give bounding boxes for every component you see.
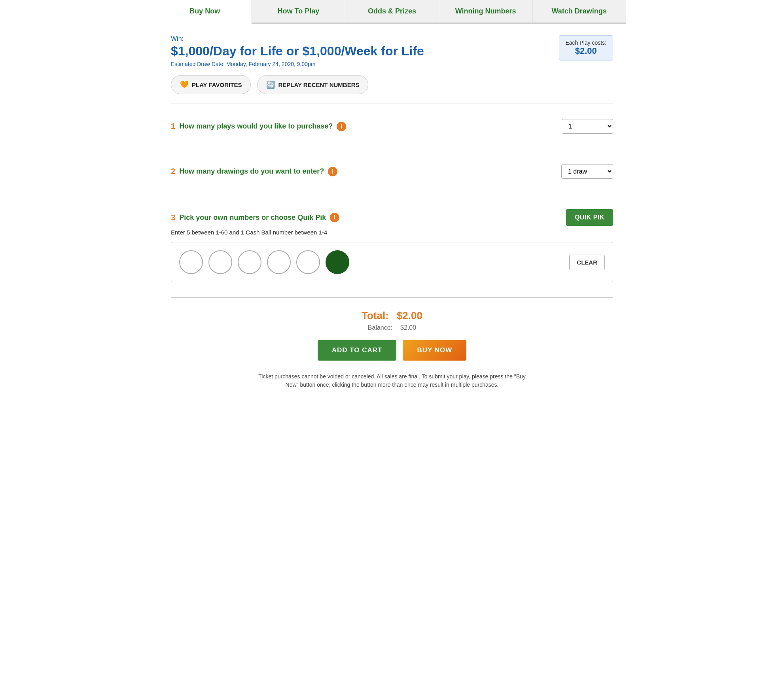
divider-2 — [171, 149, 613, 149]
tab-winning-numbers[interactable]: Winning Numbers — [439, 0, 533, 23]
question-3-text: Pick your own numbers or choose Quik Pik — [179, 214, 326, 222]
question-1-number: 1 — [171, 122, 175, 131]
total-amount: $2.00 — [397, 310, 422, 322]
question-2-number: 2 — [171, 167, 175, 176]
buy-now-button[interactable]: BUY NOW — [403, 340, 466, 361]
question-2-text: How many drawings do you want to enter? — [179, 167, 324, 176]
total-row: Total: $2.00 — [362, 310, 422, 322]
tab-odds-prizes[interactable]: Odds & Prizes — [345, 0, 439, 23]
disclaimer-text: Ticket purchases cannot be voided or can… — [254, 372, 530, 389]
tab-watch-drawings[interactable]: Watch Drawings — [532, 0, 626, 23]
heart-icon: 🧡 — [180, 80, 189, 89]
pick-instruction: Enter 5 between 1-60 and 1 Cash Ball num… — [171, 229, 613, 236]
ball-5[interactable] — [296, 250, 320, 274]
ball-cash[interactable] — [326, 250, 349, 274]
divider-1 — [171, 104, 613, 104]
question-3-info-icon[interactable]: i — [330, 213, 339, 222]
clear-label: CLEAR — [577, 259, 597, 266]
each-play-amount: $2.00 — [566, 46, 607, 56]
question-3-number: 3 — [171, 213, 175, 222]
replay-icon: 🔄 — [266, 80, 275, 89]
balance-amount: $2.00 — [400, 324, 416, 331]
question-2-info-icon[interactable]: i — [328, 167, 337, 176]
add-to-cart-label: ADD TO CART — [332, 346, 383, 354]
draw-date: Estimated Draw Date: Monday, February 24… — [171, 61, 424, 67]
balls-area: CLEAR — [171, 242, 613, 282]
divider-4 — [171, 297, 613, 298]
ball-1[interactable] — [179, 250, 203, 274]
win-label: Win: — [171, 35, 424, 42]
tab-buy-now[interactable]: Buy Now — [158, 0, 252, 24]
ball-3[interactable] — [238, 250, 261, 274]
balance-row: Balance: $2.00 — [368, 324, 416, 331]
total-section: Total: $2.00 Balance: $2.00 ADD TO CART … — [171, 310, 613, 389]
question-1-text: How many plays would you like to purchas… — [179, 122, 333, 130]
balls-row — [179, 250, 349, 274]
play-buttons-row: 🧡 PLAY FAVORITES 🔄 REPLAY RECENT NUMBERS — [171, 75, 613, 94]
win-amount: $1,000/Day for Life or $1,000/Week for L… — [171, 44, 424, 59]
question-2-label: 2 How many drawings do you want to enter… — [171, 167, 337, 176]
play-favorites-label: PLAY FAVORITES — [192, 81, 242, 88]
tab-how-to-play[interactable]: How To Play — [252, 0, 346, 23]
buy-now-label: BUY NOW — [417, 346, 452, 354]
each-play-cost-box: Each Play costs: $2.00 — [559, 35, 614, 60]
add-to-cart-button[interactable]: ADD TO CART — [318, 340, 397, 361]
total-label: Total: — [362, 310, 389, 322]
plays-count-select[interactable]: 1 2 3 4 5 — [562, 119, 613, 134]
play-favorites-button[interactable]: 🧡 PLAY FAVORITES — [171, 75, 251, 94]
question-3-label: 3 Pick your own numbers or choose Quik P… — [171, 213, 339, 222]
pick-header: 3 Pick your own numbers or choose Quik P… — [171, 209, 613, 226]
clear-button[interactable]: CLEAR — [569, 255, 605, 270]
win-section: Win: $1,000/Day for Life or $1,000/Week … — [171, 35, 613, 67]
main-content: Win: $1,000/Day for Life or $1,000/Week … — [158, 24, 626, 400]
ball-4[interactable] — [267, 250, 291, 274]
question-1-info-icon[interactable]: i — [337, 122, 346, 131]
each-play-label: Each Play costs: — [566, 40, 607, 46]
question-2-section: 2 How many drawings do you want to enter… — [171, 156, 613, 187]
ball-2[interactable] — [208, 250, 232, 274]
drawings-count-select[interactable]: 1 draw 2 draws 3 draws 5 draws 10 draws — [561, 164, 613, 179]
replay-recent-label: REPLAY RECENT NUMBERS — [278, 81, 359, 88]
quik-pik-label: QUIK PIK — [575, 214, 604, 221]
win-info: Win: $1,000/Day for Life or $1,000/Week … — [171, 35, 424, 67]
quik-pik-button[interactable]: QUIK PIK — [566, 209, 613, 226]
action-buttons: ADD TO CART BUY NOW — [318, 340, 467, 361]
question-3-section: 3 Pick your own numbers or choose Quik P… — [171, 201, 613, 290]
question-1-section: 1 How many plays would you like to purch… — [171, 111, 613, 142]
question-1-label: 1 How many plays would you like to purch… — [171, 122, 346, 131]
balance-label: Balance: — [368, 324, 392, 331]
tabs-nav: Buy Now How To Play Odds & Prizes Winnin… — [158, 0, 626, 24]
divider-3 — [171, 194, 613, 194]
replay-recent-button[interactable]: 🔄 REPLAY RECENT NUMBERS — [257, 75, 368, 94]
